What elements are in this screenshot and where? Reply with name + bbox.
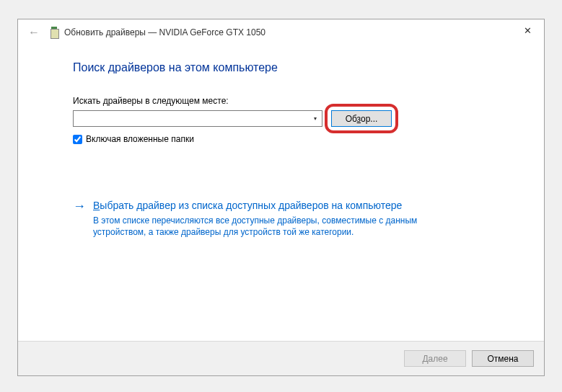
pick-driver-link-title[interactable]: Выбрать драйвер из списка доступных драй…	[93, 199, 432, 213]
path-combobox[interactable]: ▾	[73, 110, 322, 127]
close-button[interactable]: ✕	[511, 19, 544, 41]
next-button: Далее	[404, 350, 466, 367]
browse-button[interactable]: Обзор...	[331, 110, 392, 127]
hardware-icon	[50, 27, 58, 38]
pick-driver-link-body: Выбрать драйвер из списка доступных драй…	[93, 199, 432, 238]
driver-update-window: ← Обновить драйверы — NVIDIA GeForce GTX…	[17, 19, 545, 376]
content-area: Поиск драйверов на этом компьютере Искат…	[18, 45, 544, 341]
back-icon: ←	[28, 26, 40, 39]
pick-driver-link-section[interactable]: → Выбрать драйвер из списка доступных др…	[73, 199, 489, 238]
browse-highlight-wrap: Обзор...	[331, 110, 392, 127]
include-subfolders-label: Включая вложенные папки	[86, 134, 194, 144]
search-label: Искать драйверы в следующем месте:	[73, 96, 489, 106]
footer: Далее Отмена	[18, 341, 544, 375]
path-input[interactable]	[74, 111, 309, 126]
include-subfolders-row[interactable]: Включая вложенные папки	[73, 134, 489, 144]
window-title: Обновить драйверы — NVIDIA GeForce GTX 1…	[64, 27, 265, 37]
pick-driver-link-description: В этом списке перечисляются все доступны…	[93, 215, 432, 238]
chevron-down-icon[interactable]: ▾	[309, 112, 321, 125]
page-heading: Поиск драйверов на этом компьютере	[73, 61, 489, 74]
arrow-right-icon: →	[73, 199, 86, 214]
titlebar: ← Обновить драйверы — NVIDIA GeForce GTX…	[18, 19, 544, 45]
close-icon: ✕	[524, 25, 532, 36]
path-row: ▾ Обзор...	[73, 110, 489, 127]
cancel-button[interactable]: Отмена	[472, 350, 534, 367]
include-subfolders-checkbox[interactable]	[73, 135, 82, 144]
